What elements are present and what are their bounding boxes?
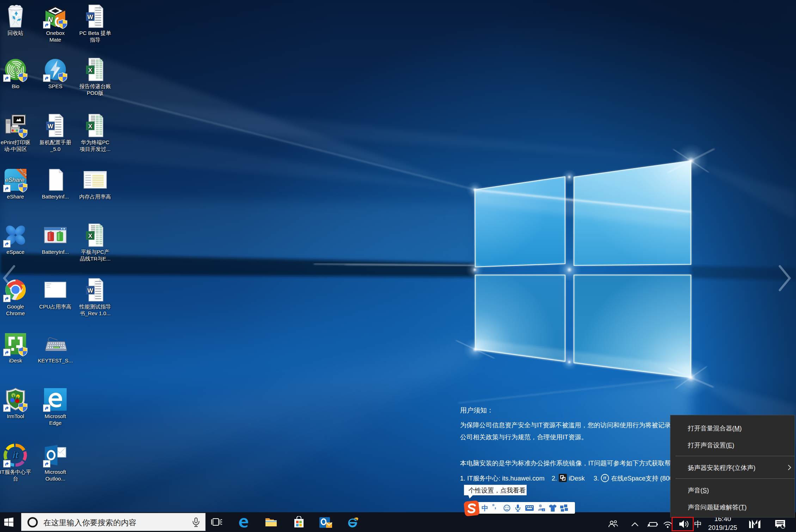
svg-text:IT: IT	[604, 476, 607, 480]
svg-text:X: X	[88, 123, 92, 130]
svg-text:X: X	[88, 67, 92, 74]
svg-text:it: it	[13, 450, 19, 460]
svg-text:W: W	[87, 287, 93, 294]
svg-text:W: W	[87, 14, 93, 20]
svg-text:2: 2	[543, 508, 544, 512]
svg-text:X: X	[88, 233, 92, 239]
svg-text:b: b	[15, 67, 17, 72]
svg-text:W: W	[48, 123, 54, 130]
